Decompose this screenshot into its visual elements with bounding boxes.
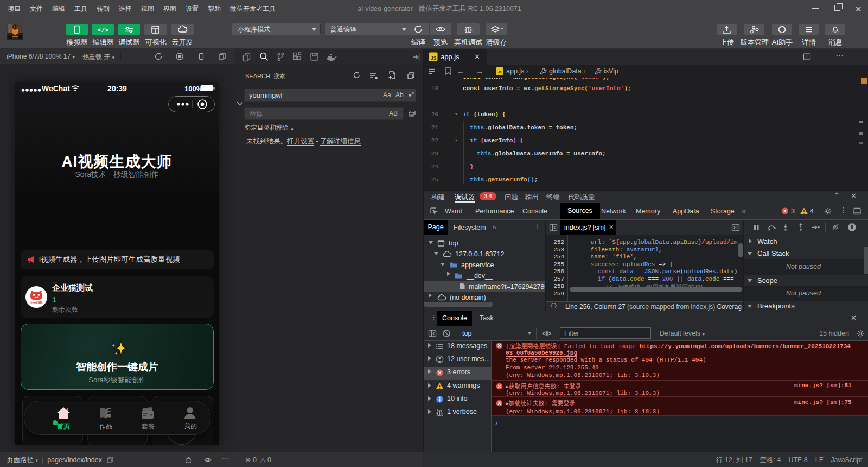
svg-text:企业猫源码: 企业猫源码 xyxy=(30,301,43,305)
svg-text:JS: JS xyxy=(431,55,437,61)
svg-text:JS: JS xyxy=(497,70,502,74)
svg-text:</>: </> xyxy=(98,27,108,34)
svg-text:ac: ac xyxy=(410,113,413,116)
